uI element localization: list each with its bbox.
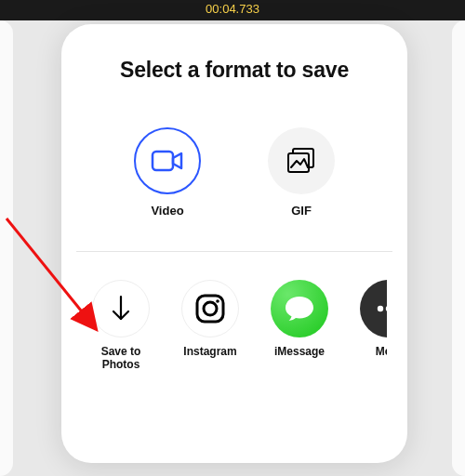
share-icon-circle	[360, 280, 387, 337]
timestamp-label: 00:04.733	[206, 0, 259, 16]
gif-gallery-icon	[286, 147, 317, 175]
format-label: GIF	[291, 204, 312, 218]
instagram-icon	[193, 292, 227, 325]
share-label: Instagram	[183, 345, 236, 358]
share-more[interactable]: More	[355, 280, 387, 372]
background-status-bar: 00:04.733	[0, 0, 465, 20]
share-icon-circle	[92, 280, 150, 337]
share-icon-circle	[271, 280, 328, 337]
format-options-row: Video GIF	[82, 127, 387, 218]
share-label: More	[376, 345, 387, 358]
gif-icon-circle	[268, 127, 335, 194]
svg-point-7	[378, 306, 383, 311]
save-format-modal: Select a format to save Video GIF	[61, 24, 407, 463]
svg-rect-0	[153, 152, 173, 170]
modal-title: Select a format to save	[82, 58, 387, 83]
bg-card-left	[0, 20, 13, 476]
video-icon-circle	[134, 127, 201, 194]
share-label: Save to Photos	[101, 345, 141, 372]
share-instagram[interactable]: Instagram	[177, 280, 244, 372]
share-icon-circle	[181, 280, 239, 337]
divider	[76, 251, 392, 252]
video-camera-icon	[151, 149, 184, 173]
share-options-row: Save to Photos Instagram iMessage	[82, 280, 387, 372]
format-option-gif[interactable]: GIF	[268, 127, 335, 218]
chat-bubble-icon	[283, 294, 316, 324]
share-save-to-photos[interactable]: Save to Photos	[87, 280, 154, 372]
svg-point-6	[216, 299, 219, 303]
svg-rect-4	[197, 296, 223, 322]
svg-point-8	[386, 306, 387, 311]
format-label: Video	[151, 204, 183, 218]
share-label: iMessage	[274, 345, 325, 358]
share-imessage[interactable]: iMessage	[266, 280, 333, 372]
bg-card-right	[452, 20, 465, 476]
download-arrow-icon	[110, 294, 132, 324]
format-option-video[interactable]: Video	[134, 127, 201, 218]
ellipsis-icon	[375, 305, 387, 312]
svg-point-5	[204, 302, 217, 315]
